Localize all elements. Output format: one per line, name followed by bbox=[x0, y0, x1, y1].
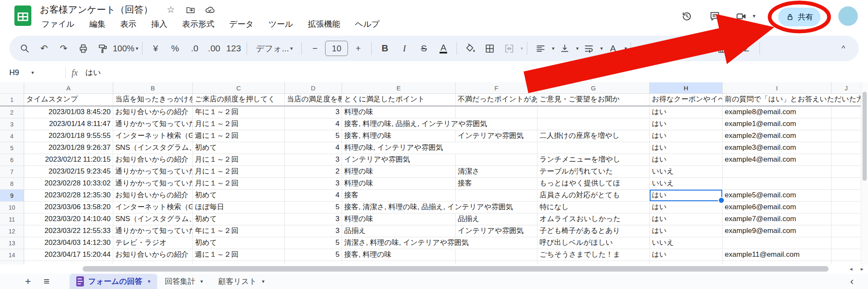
cell-J14[interactable] bbox=[832, 249, 861, 261]
cell-E7[interactable]: 料理の味 bbox=[342, 166, 456, 178]
cell-J9[interactable] bbox=[832, 190, 861, 202]
cell-D10[interactable]: 5 bbox=[285, 202, 342, 213]
cell-A15[interactable] bbox=[24, 261, 113, 264]
tab-form-responses[interactable]: フォームの回答 ▾ bbox=[70, 274, 157, 289]
cell-E4[interactable]: 接客, 料理の味 bbox=[342, 130, 456, 142]
cell-F8[interactable]: 接客 bbox=[456, 178, 537, 190]
add-sheet-icon[interactable]: + bbox=[19, 274, 37, 289]
name-box-caret-icon[interactable]: ▾ bbox=[31, 70, 34, 76]
cell-A14[interactable]: 2023/04/17 15:20:44 bbox=[24, 249, 113, 261]
cell-G9[interactable]: 店員さんの対応がとても bbox=[537, 190, 650, 202]
cell-F15[interactable] bbox=[456, 261, 537, 264]
row-header-13[interactable]: 13 bbox=[0, 237, 24, 249]
cell-A3[interactable]: 2023/01/14 8:11:47 bbox=[24, 118, 113, 130]
cell-E12[interactable]: 品揃え bbox=[342, 225, 456, 237]
row-header-5[interactable]: 5 bbox=[0, 142, 24, 154]
currency-format-icon[interactable]: ¥ bbox=[146, 39, 165, 58]
cell-B14[interactable]: お知り合いからの紹介 bbox=[113, 249, 193, 261]
cell-G11[interactable]: オムライスおいしかった bbox=[537, 213, 650, 225]
cell-I15[interactable] bbox=[723, 261, 832, 264]
scroll-right-icon[interactable]: ▸ bbox=[857, 265, 867, 273]
cell-I2[interactable]: example8@email.com bbox=[723, 107, 832, 118]
cell-A11[interactable]: 2023/03/20 14:10:40 bbox=[24, 213, 113, 225]
cell-D6[interactable]: 3 bbox=[285, 154, 342, 166]
horizontal-scrollbar-thumb[interactable] bbox=[83, 266, 829, 272]
cell-J11[interactable] bbox=[832, 213, 861, 225]
cell-A7[interactable]: 2023/02/15 9:23:45 bbox=[24, 166, 113, 178]
bold-icon[interactable]: B bbox=[376, 39, 394, 58]
cell-H7[interactable]: いいえ bbox=[650, 166, 723, 178]
cell-H12[interactable]: はい bbox=[650, 225, 723, 237]
col-header-H[interactable]: H bbox=[650, 82, 723, 94]
cell-G3[interactable] bbox=[537, 118, 650, 130]
cell-G13[interactable]: 呼び出しベルがほしい bbox=[537, 237, 650, 249]
cell-I4[interactable]: example2@email.com bbox=[723, 130, 832, 142]
cell-G10[interactable]: 特になし bbox=[537, 202, 650, 213]
tab-caret-icon[interactable]: ▾ bbox=[262, 278, 264, 284]
cell-J13[interactable] bbox=[832, 237, 861, 249]
row-header-10[interactable]: 10 bbox=[0, 202, 24, 213]
cell-H9[interactable]: はい bbox=[650, 190, 723, 202]
search-icon[interactable] bbox=[15, 39, 34, 58]
cell-H5[interactable]: はい bbox=[650, 142, 723, 154]
move-folder-icon[interactable] bbox=[185, 5, 195, 15]
cell-H4[interactable]: はい bbox=[650, 130, 723, 142]
row-header-8[interactable]: 8 bbox=[0, 178, 24, 190]
cell-I8[interactable] bbox=[723, 178, 832, 190]
row-header-15[interactable]: 15 bbox=[0, 261, 24, 264]
cell-I1[interactable]: 前の質問で「はい」とお答えいただいた方は bbox=[723, 94, 861, 106]
document-title[interactable]: お客様アンケート（回答） bbox=[40, 3, 153, 16]
cell-C14[interactable]: 週に１～２回 bbox=[193, 249, 285, 261]
cell-A12[interactable]: 2023/03/22 12:55:33 bbox=[24, 225, 113, 237]
col-header-F[interactable]: F bbox=[456, 82, 537, 94]
fill-color-icon[interactable] bbox=[461, 39, 479, 58]
cell-G1[interactable]: ご意見・ご要望をお聞か bbox=[537, 94, 650, 106]
cell-C1[interactable]: ご来店の頻度を押してく bbox=[193, 94, 285, 106]
cell-D4[interactable]: 5 bbox=[285, 130, 342, 142]
cell-F11[interactable]: 品揃え bbox=[456, 213, 537, 225]
menu-file[interactable]: ファイル bbox=[40, 18, 76, 31]
active-tab-caret-icon[interactable]: ▾ bbox=[148, 278, 150, 284]
cell-D7[interactable]: 2 bbox=[285, 166, 342, 178]
cell-I12[interactable]: example9@email.com bbox=[723, 225, 832, 237]
number-format-icon[interactable]: 123 bbox=[224, 39, 243, 58]
cell-B12[interactable]: 通りかかって知っていた bbox=[113, 225, 193, 237]
cell-C5[interactable]: 初めて bbox=[193, 142, 285, 154]
cell-C12[interactable]: 年に１～２回 bbox=[193, 225, 285, 237]
cell-A10[interactable]: 2023/03/06 13:58:20 bbox=[24, 202, 113, 213]
col-header-A[interactable]: A bbox=[24, 82, 113, 94]
collapse-panel-chevron-icon[interactable]: ‹ bbox=[850, 275, 854, 287]
strikethrough-icon[interactable]: S bbox=[415, 39, 433, 58]
cell-G12[interactable]: 子ども椅子があるとあり bbox=[537, 225, 650, 237]
cell-F6[interactable] bbox=[456, 154, 537, 166]
cell-H8[interactable]: いいえ bbox=[650, 178, 723, 190]
row-header-6[interactable]: 6 bbox=[0, 154, 24, 166]
cell-J15[interactable] bbox=[832, 261, 861, 264]
text-rotation-caret-icon[interactable]: ▾ bbox=[624, 45, 627, 51]
avatar[interactable] bbox=[838, 6, 858, 26]
cell-D11[interactable]: 3 bbox=[285, 213, 342, 225]
cell-J4[interactable] bbox=[832, 130, 861, 142]
video-call-icon[interactable] bbox=[731, 6, 751, 26]
decrease-decimal-icon[interactable]: .0 bbox=[185, 39, 204, 58]
cell-B1[interactable]: 当店を知ったきっかけを bbox=[113, 94, 193, 106]
cell-C4[interactable]: 週に１～２回 bbox=[193, 130, 285, 142]
font-size-input[interactable]: 10 bbox=[325, 41, 348, 56]
vertical-scrollbar[interactable] bbox=[861, 82, 868, 264]
increase-font-size-icon[interactable]: + bbox=[349, 39, 367, 58]
cell-D13[interactable]: 5 bbox=[285, 237, 342, 249]
cell-H14[interactable]: はい bbox=[650, 249, 723, 261]
increase-decimal-icon[interactable]: .00 bbox=[205, 39, 223, 58]
row-header-3[interactable]: 3 bbox=[0, 118, 24, 130]
menu-extensions[interactable]: 拡張機能 bbox=[306, 18, 342, 31]
cell-E15[interactable] bbox=[342, 261, 456, 264]
cell-G15[interactable] bbox=[537, 261, 650, 264]
cell-G5[interactable] bbox=[537, 142, 650, 154]
menu-help[interactable]: ヘルプ bbox=[353, 18, 381, 31]
percent-format-icon[interactable]: % bbox=[166, 39, 184, 58]
cell-C6[interactable]: 月に１～２回 bbox=[193, 154, 285, 166]
cell-B8[interactable]: 通りかかって知っていた bbox=[113, 178, 193, 190]
cell-F2[interactable] bbox=[456, 107, 537, 118]
menu-tools[interactable]: ツール bbox=[267, 18, 295, 31]
cell-F7[interactable]: 清潔さ bbox=[456, 166, 537, 178]
